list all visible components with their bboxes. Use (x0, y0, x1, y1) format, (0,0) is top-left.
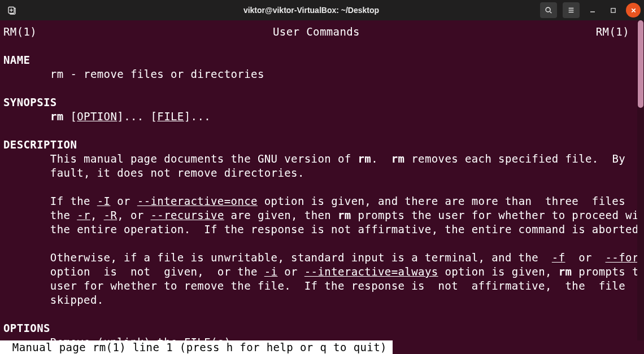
description-line: fault, it does not remove directories. (3, 166, 632, 180)
minimize-button[interactable] (585, 3, 600, 18)
svg-line-4 (550, 12, 552, 14)
manpage-status-bar: Manual page rm(1) line 1 (press h for he… (0, 340, 393, 354)
description-line: skipped. (3, 293, 632, 307)
menu-button[interactable] (563, 2, 580, 18)
section-synopsis-heading: SYNOPSIS (3, 95, 632, 110)
section-name-text: rm - remove files or directories (3, 67, 632, 81)
scrollbar-thumb[interactable] (638, 20, 643, 108)
window-titlebar: viktor@viktor-VirtualBox: ~/Desktop (0, 0, 644, 20)
new-tab-button[interactable] (3, 2, 20, 18)
manpage-header-center: User Commands (273, 25, 360, 39)
window-title: viktor@viktor-VirtualBox: ~/Desktop (82, 6, 540, 15)
close-button[interactable] (626, 3, 641, 18)
maximize-button[interactable] (606, 3, 620, 18)
description-line: option is not given, or the -i or --inte… (3, 265, 632, 279)
manpage-header-right: RM(1) (596, 25, 629, 39)
search-button[interactable] (540, 2, 557, 18)
scrollbar-track[interactable] (637, 20, 644, 340)
description-line: user for whether to remove the file. If … (3, 279, 632, 293)
section-description-heading: DESCRIPTION (3, 138, 632, 152)
description-line: If the -I or --interactive=once option i… (3, 194, 632, 208)
section-synopsis-line: rm [OPTION]... [FILE]... (3, 110, 632, 124)
manpage-header-left: RM(1) (3, 25, 37, 39)
description-line: Otherwise, if a file is unwritable, stan… (3, 251, 632, 265)
manpage-header: RM(1) User Commands RM(1) (3, 24, 632, 39)
description-line: This manual page documents the GNU versi… (3, 152, 632, 166)
svg-rect-9 (611, 8, 615, 12)
section-name-heading: NAME (3, 53, 632, 67)
terminal-viewport[interactable]: RM(1) User Commands RM(1) NAME rm - remo… (0, 20, 644, 354)
description-line: the -r, -R, or --recursive are given, th… (3, 208, 632, 222)
section-options-heading: OPTIONS (3, 321, 632, 335)
description-line: the entire operation. If the response is… (3, 222, 632, 237)
svg-point-3 (546, 7, 550, 12)
